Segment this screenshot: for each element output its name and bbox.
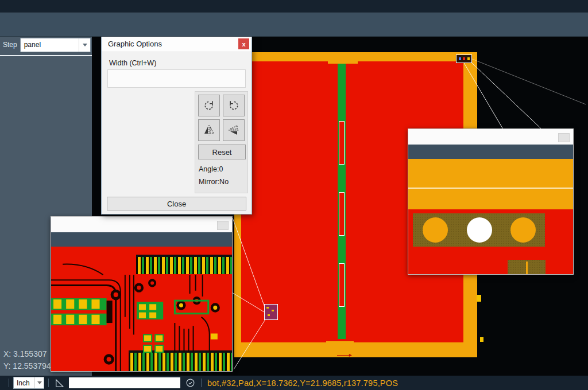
transform-panel: Reset Angle:0 Mirror:No bbox=[195, 91, 248, 193]
rotate-ccw-icon bbox=[227, 99, 241, 112]
cursor-coordinates: X: 3.155307 Y: 12.553794 bbox=[3, 348, 51, 372]
pcb-zoom-art bbox=[51, 247, 232, 371]
rail-connector bbox=[339, 263, 345, 307]
mirror-horizontal-button[interactable] bbox=[198, 119, 220, 141]
magnifier-left-titlebar[interactable] bbox=[51, 217, 232, 232]
rotate-ccw-button[interactable] bbox=[223, 95, 245, 116]
chevron-down-icon bbox=[34, 377, 44, 388]
zoom-region-marker-bottom[interactable] bbox=[264, 304, 278, 320]
stray-pad bbox=[480, 337, 483, 342]
coordinate-y: Y: 12.553794 bbox=[3, 360, 51, 372]
magnifier-left-menu-button[interactable] bbox=[217, 221, 229, 230]
step-row: Step panel bbox=[1, 37, 91, 52]
graphic-options-dialog: Graphic Options x Width (Ctrl+W) bbox=[101, 36, 252, 214]
angle-readout: Angle:0 bbox=[199, 165, 223, 173]
main-toolbar bbox=[0, 13, 588, 37]
magnifier-right-view[interactable] bbox=[408, 159, 573, 274]
magnifier-window-right bbox=[408, 128, 574, 275]
close-icon[interactable]: x bbox=[238, 38, 249, 49]
magnifier-window-left bbox=[51, 216, 233, 372]
menu-bar bbox=[0, 0, 588, 13]
rotate-cw-button[interactable] bbox=[198, 95, 220, 116]
magnifier-left-view[interactable] bbox=[51, 247, 232, 371]
rail-connector bbox=[339, 121, 345, 165]
reset-button[interactable]: Reset bbox=[198, 145, 246, 159]
mirror-horizontal-icon bbox=[202, 123, 216, 137]
layer-list bbox=[0, 55, 92, 56]
pad-circles bbox=[408, 159, 573, 274]
dialog-title: Graphic Options bbox=[108, 40, 162, 48]
dialog-titlebar[interactable]: Graphic Options x bbox=[102, 36, 252, 52]
status-bar: Inch bot,#32,Pad,X=18.7362,Y=21.9685,r13… bbox=[0, 376, 588, 390]
mirror-readout: Mirror:No bbox=[199, 178, 229, 186]
close-button[interactable]: Close bbox=[107, 197, 246, 210]
mirror-vertical-icon bbox=[227, 123, 241, 137]
magnifier-right-menu-button[interactable] bbox=[558, 133, 570, 142]
width-label: Width (Ctrl+W) bbox=[109, 59, 156, 67]
step-label: Step bbox=[1, 41, 20, 49]
unit-select[interactable]: Inch bbox=[13, 377, 44, 389]
step-select-value: panel bbox=[24, 41, 41, 49]
panel-notch-bottom bbox=[326, 341, 354, 346]
coordinate-x: X: 3.155307 bbox=[3, 348, 51, 360]
rotate-cw-icon bbox=[202, 99, 216, 112]
unit-value: Inch bbox=[17, 379, 30, 387]
status-selection-info: bot,#32,Pad,X=18.7362,Y=21.9685,r137.795… bbox=[207, 379, 398, 388]
fill-mode-radiogroup bbox=[107, 69, 246, 88]
pad-zoom-secondary bbox=[508, 260, 546, 274]
command-input[interactable] bbox=[69, 377, 180, 388]
chevron-down-icon bbox=[79, 38, 90, 52]
magnifier-right-titlebar[interactable] bbox=[408, 129, 573, 145]
cam-viewer-app: { "menubar": {"items": ["File", "View", … bbox=[0, 0, 588, 390]
step-select[interactable]: panel bbox=[20, 38, 91, 52]
stray-pad bbox=[477, 295, 481, 302]
apply-sync-icon[interactable] bbox=[185, 378, 195, 388]
corner-angle-icon[interactable] bbox=[54, 378, 64, 388]
magnifier-right-toolbar bbox=[408, 145, 573, 159]
rail-connector bbox=[339, 192, 345, 236]
mirror-vertical-button[interactable] bbox=[223, 119, 245, 141]
panel-notch-top bbox=[328, 59, 358, 64]
magnifier-left-toolbar bbox=[51, 232, 232, 247]
zoom-region-marker-top[interactable] bbox=[456, 54, 472, 63]
